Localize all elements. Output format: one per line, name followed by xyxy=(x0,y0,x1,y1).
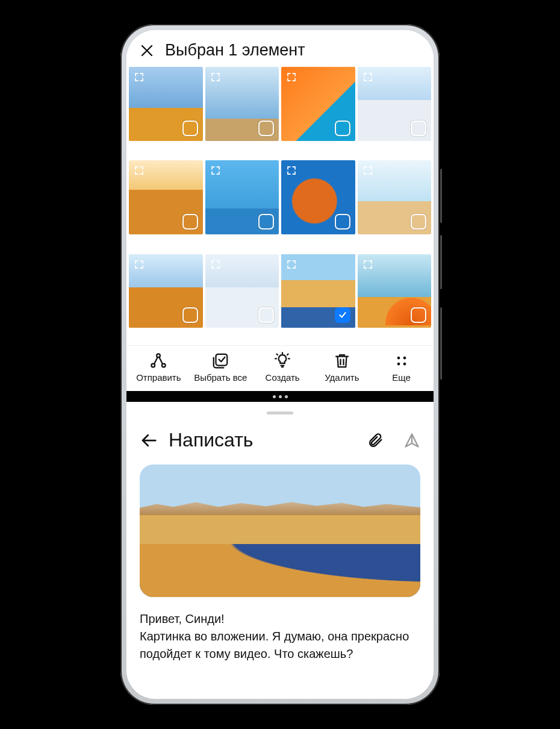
delete-button[interactable]: Удалить xyxy=(318,352,366,383)
svg-point-1 xyxy=(157,354,161,358)
fullscreen-icon xyxy=(362,165,373,176)
phone-frame: Выбран 1 элемент xyxy=(120,24,440,705)
select-checkbox[interactable] xyxy=(335,307,350,323)
svg-point-6 xyxy=(397,363,400,366)
divider-dot xyxy=(285,395,288,398)
fullscreen-icon xyxy=(286,72,297,83)
share-label: Отправить xyxy=(136,372,181,383)
photo-colored-houses[interactable] xyxy=(205,160,279,234)
divider-dot xyxy=(273,395,276,398)
share-icon xyxy=(149,352,167,370)
screen: Выбран 1 элемент xyxy=(126,30,434,699)
select-all-label: Выбрать все xyxy=(194,372,247,383)
select-checkbox[interactable] xyxy=(411,214,426,230)
photo-deck-chairs[interactable] xyxy=(358,160,432,234)
svg-point-7 xyxy=(403,363,406,366)
svg-point-2 xyxy=(162,364,166,368)
select-checkbox[interactable] xyxy=(182,120,198,136)
svg-rect-3 xyxy=(216,354,228,366)
select-checkbox[interactable] xyxy=(258,120,274,136)
attachment-preview[interactable] xyxy=(140,465,420,597)
select-checkbox[interactable] xyxy=(411,307,426,323)
compose-header: Написать xyxy=(140,429,420,451)
photo-camels-desert[interactable] xyxy=(129,160,203,234)
compose-app: Написать Привет, Синди! Картинка во влож… xyxy=(126,402,434,699)
gallery-header: Выбран 1 элемент xyxy=(126,30,434,67)
gallery-app: Выбран 1 элемент xyxy=(126,30,434,391)
fullscreen-icon xyxy=(286,165,297,176)
fullscreen-icon xyxy=(362,259,373,270)
lightbulb-icon xyxy=(273,352,291,370)
select-all-icon xyxy=(211,352,229,370)
select-checkbox[interactable] xyxy=(258,307,274,323)
message-greeting: Привет, Синди! xyxy=(140,610,420,628)
more-label: Еще xyxy=(392,372,411,383)
message-text: Картинка во вложении. Я думаю, она прекр… xyxy=(140,628,420,663)
select-checkbox[interactable] xyxy=(335,120,350,136)
create-button[interactable]: Создать xyxy=(258,352,306,383)
photo-orange-flatlay[interactable] xyxy=(281,67,355,141)
fullscreen-icon xyxy=(210,72,221,83)
photo-grid xyxy=(126,67,434,345)
select-checkbox[interactable] xyxy=(258,214,274,230)
send-icon[interactable] xyxy=(403,432,420,449)
share-button[interactable]: Отправить xyxy=(134,352,182,383)
select-checkbox[interactable] xyxy=(411,120,426,136)
photo-snow-chairs[interactable] xyxy=(205,254,279,328)
select-checkbox[interactable] xyxy=(182,214,198,230)
more-button[interactable]: Еще xyxy=(378,352,426,383)
photo-paper-boat[interactable] xyxy=(205,67,279,141)
photo-beach-umbrella[interactable] xyxy=(358,254,432,328)
select-checkbox[interactable] xyxy=(335,214,350,230)
volume-down-button[interactable] xyxy=(440,235,442,289)
fullscreen-icon xyxy=(286,259,297,270)
fullscreen-icon xyxy=(134,72,145,83)
volume-up-button[interactable] xyxy=(440,169,442,223)
drag-handle[interactable] xyxy=(267,411,293,415)
power-button[interactable] xyxy=(440,307,442,380)
photo-woman-field[interactable] xyxy=(129,67,203,141)
close-icon[interactable] xyxy=(140,43,154,58)
back-icon[interactable] xyxy=(140,431,158,449)
trash-icon xyxy=(333,352,351,370)
svg-point-0 xyxy=(152,364,155,368)
more-icon xyxy=(393,352,411,370)
photo-desert-rocks[interactable] xyxy=(129,254,203,328)
compose-title: Написать xyxy=(169,429,356,451)
fullscreen-icon xyxy=(210,165,221,176)
message-body[interactable]: Привет, Синди! Картинка во вложении. Я д… xyxy=(140,610,420,663)
split-screen-divider[interactable] xyxy=(126,391,434,402)
photo-skier[interactable] xyxy=(358,67,432,141)
select-all-button[interactable]: Выбрать все xyxy=(194,352,247,383)
svg-point-5 xyxy=(403,357,406,360)
decorative-coast xyxy=(140,544,420,597)
delete-label: Удалить xyxy=(325,372,359,383)
fullscreen-icon xyxy=(134,165,145,176)
gallery-title: Выбран 1 элемент xyxy=(165,41,305,60)
svg-point-4 xyxy=(397,357,400,360)
fullscreen-icon xyxy=(134,259,145,270)
photo-coastline[interactable] xyxy=(281,254,355,328)
select-checkbox[interactable] xyxy=(182,307,198,323)
decorative-mountains xyxy=(140,496,420,515)
fullscreen-icon xyxy=(362,72,373,83)
attachment-icon[interactable] xyxy=(367,432,384,449)
fullscreen-icon xyxy=(210,259,221,270)
create-label: Создать xyxy=(266,372,300,383)
gallery-actionbar: Отправить Выбрать все Создать Удалить Ещ… xyxy=(126,345,434,391)
divider-dot xyxy=(279,395,282,398)
photo-rock-arch[interactable] xyxy=(281,160,355,234)
